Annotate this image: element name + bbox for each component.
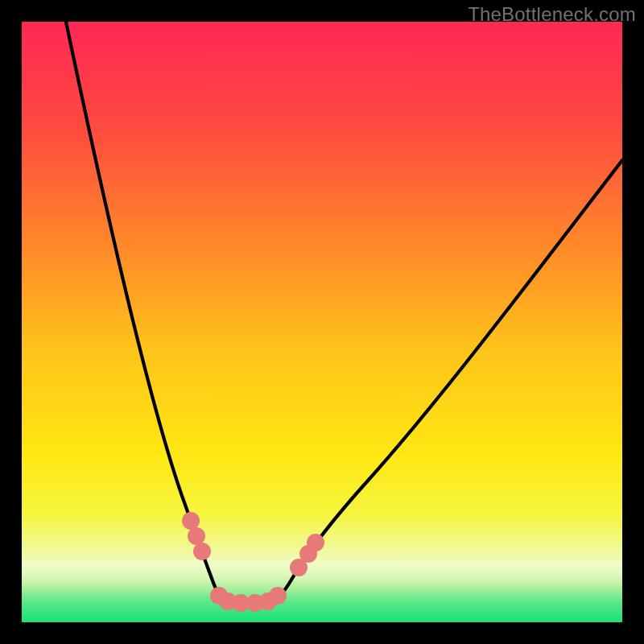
watermark-text: TheBottleneck.com <box>468 3 636 26</box>
data-dot-2 <box>193 543 211 560</box>
data-dot-1 <box>188 527 205 545</box>
data-dot-0 <box>182 512 200 530</box>
gradient-background <box>22 22 622 622</box>
data-dot-11 <box>307 534 324 551</box>
chart-frame <box>22 22 622 622</box>
bottleneck-chart <box>22 22 622 622</box>
data-dot-8 <box>269 587 287 605</box>
